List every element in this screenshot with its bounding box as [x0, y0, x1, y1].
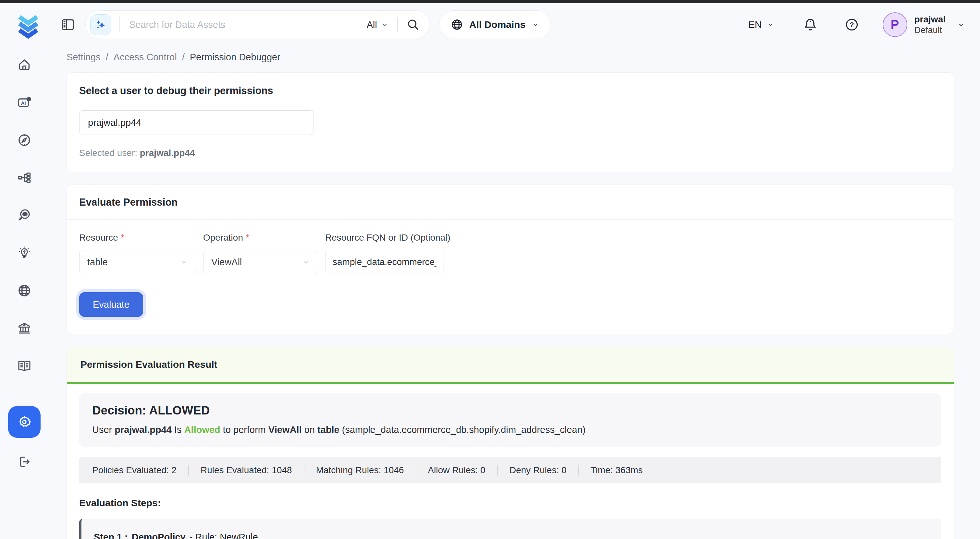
sidebar-divider	[8, 396, 41, 396]
stat-rules-evaluated: Rules Evaluated: 1048	[188, 465, 304, 476]
selected-user-line: Selected user: prajwal.pp44	[79, 148, 941, 158]
result-header: Permission Evaluation Result	[67, 347, 954, 384]
domains-dropdown[interactable]: All Domains	[439, 10, 551, 39]
decision-text: to perform	[220, 425, 268, 435]
chevron-down-icon	[531, 21, 540, 29]
resource-field: Resource* table	[79, 233, 196, 274]
resource-label: Resource	[79, 233, 118, 243]
decision-operation: ViewAll	[268, 425, 302, 435]
ai-sparkle-icon[interactable]	[90, 14, 111, 35]
fqn-input[interactable]	[325, 251, 444, 273]
domains-dropdown-label: All Domains	[469, 19, 525, 30]
user-avatar[interactable]: P	[883, 12, 907, 37]
gear-icon	[16, 414, 32, 430]
sidebar-collapse-icon[interactable]	[60, 17, 76, 32]
bank-icon	[17, 321, 32, 336]
decision-sentence: User prajwal.pp44 Is Allowed to perform …	[92, 425, 928, 435]
stat-matching-rules: Matching Rules: 1046	[304, 465, 416, 476]
user-team: Default	[915, 25, 946, 36]
sidebar-item-home[interactable]	[0, 46, 49, 84]
fqn-field: Resource FQN or ID (Optional)	[325, 233, 450, 274]
sidebar-item-settings[interactable]	[8, 406, 41, 438]
step-policy-name: DemoPolicy	[132, 532, 186, 539]
operation-select-value: ViewAll	[211, 257, 242, 268]
sidebar-item-logout[interactable]	[0, 445, 49, 478]
decision-text: on	[302, 425, 317, 435]
sidebar-item-governance[interactable]	[0, 309, 49, 347]
step-number: Step 1 :	[94, 532, 128, 539]
stat-deny-rules: Deny Rules: 0	[497, 465, 578, 476]
stat-policies-evaluated: Policies Evaluated: 2	[79, 465, 188, 476]
operation-field: Operation* ViewAll	[203, 233, 318, 274]
breadcrumb: Settings / Access Control / Permission D…	[67, 52, 954, 63]
compass-icon	[17, 133, 32, 147]
permission-evaluation-result-panel: Permission Evaluation Result Decision: A…	[67, 347, 954, 539]
chevron-down-icon	[767, 21, 774, 29]
lightbulb-bolt-icon	[17, 246, 32, 260]
search-scope-dropdown[interactable]: All	[367, 19, 389, 30]
breadcrumb-access-control[interactable]: Access Control	[114, 52, 177, 63]
decision-user: prajwal.pp44	[115, 425, 172, 435]
logout-icon	[17, 454, 32, 469]
search-input[interactable]	[129, 19, 367, 30]
sidebar-item-explore[interactable]	[0, 121, 49, 159]
selected-user-value: prajwal.pp44	[140, 148, 195, 158]
sidebar-item-glossary[interactable]	[0, 347, 49, 385]
main-content: Settings / Access Control / Permission D…	[49, 46, 980, 539]
open-book-icon	[17, 358, 32, 374]
left-sidebar: AI	[0, 46, 49, 478]
breadcrumb-separator: /	[182, 52, 185, 63]
divider	[119, 17, 120, 32]
help-icon[interactable]: ?	[844, 17, 859, 32]
evaluate-button[interactable]: Evaluate	[79, 292, 143, 317]
svg-text:AI: AI	[21, 100, 26, 106]
ai-icon: AI	[17, 95, 32, 110]
step-line: Step 1 :DemoPolicy- Rule: NewRule	[94, 532, 929, 539]
sidebar-item-observability[interactable]	[0, 197, 49, 234]
chevron-down-icon[interactable]	[957, 20, 966, 29]
operation-label: Operation	[203, 233, 243, 243]
sidebar-item-lineage[interactable]	[0, 159, 49, 197]
decision-box: Decision: ALLOWED User prajwal.pp44 Is A…	[79, 393, 941, 447]
decision-title: Decision: ALLOWED	[92, 404, 928, 417]
sidebar-item-domains[interactable]	[0, 272, 49, 309]
chevron-down-icon	[301, 258, 310, 266]
decision-text: User	[92, 425, 115, 435]
decision-allowed-badge: Allowed	[184, 425, 220, 435]
question-glyph: ?	[850, 21, 854, 29]
sidebar-item-insights[interactable]	[0, 234, 49, 272]
sidebar-item-ai-assistant[interactable]: AI	[0, 84, 49, 121]
select-user-title: Select a user to debug their permissions	[79, 85, 941, 97]
selected-user-label: Selected user:	[79, 148, 137, 158]
chevron-down-icon	[180, 258, 188, 266]
openmetadata-logo-icon[interactable]	[14, 10, 42, 39]
search-scope-label: All	[367, 19, 377, 30]
divider	[397, 17, 398, 32]
language-selector[interactable]: EN	[748, 19, 774, 30]
avatar-initial: P	[891, 18, 899, 32]
breadcrumb-settings[interactable]: Settings	[67, 52, 100, 63]
operation-select[interactable]: ViewAll	[203, 250, 318, 274]
top-bar: All All Domains EN	[0, 3, 980, 46]
user-select-input[interactable]	[79, 110, 313, 135]
result-title: Permission Evaluation Result	[81, 359, 217, 370]
decision-fqn: (sample_data.ecommerce_db.shopify.dim_ad…	[339, 425, 586, 435]
notifications-bell-icon[interactable]	[803, 17, 818, 32]
globe-icon	[17, 283, 32, 298]
evaluate-permission-card: Evaluate Permission Resource* table	[67, 184, 954, 334]
evaluation-steps-title: Evaluation Steps:	[79, 498, 941, 509]
flow-hierarchy-icon	[17, 170, 32, 185]
fqn-label: Resource FQN or ID (Optional)	[325, 233, 450, 243]
global-search-bar[interactable]: All	[85, 10, 430, 39]
search-icon[interactable]	[406, 18, 420, 32]
breadcrumb-permission-debugger: Permission Debugger	[190, 52, 280, 63]
decision-text: Is	[172, 425, 184, 435]
user-menu[interactable]: prajwal Default	[915, 14, 946, 36]
evaluate-permission-title: Evaluate Permission	[79, 197, 178, 208]
home-icon	[17, 57, 32, 72]
required-marker: *	[121, 233, 124, 243]
step-rule-text: - Rule: NewRule	[189, 532, 258, 539]
resource-select[interactable]: table	[79, 250, 196, 274]
required-marker: *	[246, 233, 249, 243]
language-label: EN	[748, 19, 762, 30]
